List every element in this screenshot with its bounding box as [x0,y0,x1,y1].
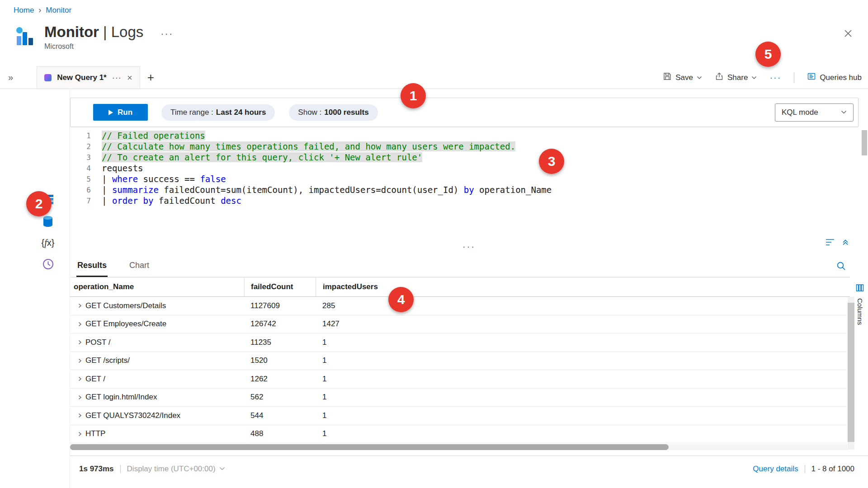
code-token: // To create an alert for this query, cl… [102,152,422,162]
row-expand-icon[interactable] [70,303,85,308]
column-header-failed-count[interactable]: failedCount [244,277,316,296]
cell-failed-count: 11235 [244,338,316,347]
share-button[interactable]: Share [715,72,757,83]
panel-splitter[interactable]: ··· [70,243,868,251]
history-clock-icon [42,258,54,270]
table-row[interactable]: GET Employees/Create1267421427 [70,315,846,334]
columns-pane-toggle[interactable]: Columns [853,284,867,325]
tab-more-button[interactable]: ··· [112,73,122,83]
code-token: order by [112,196,154,206]
cell-operation-name: POST / [85,338,244,347]
query-toolbar: Run Time range : Last 24 hours Show : 10… [70,98,859,127]
cell-impacted-users: 1427 [316,319,340,328]
expand-sidebar-icon[interactable]: » [8,72,13,83]
code-text: | summarize failedCount=sum(itemCount), … [102,185,552,195]
cell-failed-count: 126742 [244,319,316,328]
result-range: 1 - 8 of 1000 [811,465,854,474]
save-icon [663,72,672,83]
table-row[interactable]: GET QUALYS730242/Index5441 [70,407,846,425]
cell-impacted-users: 1 [316,429,326,438]
title-more-button[interactable]: ··· [160,28,173,40]
breadcrumb-monitor-link[interactable]: Monitor [46,6,71,15]
cell-operation-name: GET /scripts/ [85,356,244,365]
row-expand-icon[interactable] [70,395,85,400]
code-text: // To create an alert for this query, cl… [102,152,422,162]
sidebar-item-query-history[interactable] [41,257,55,271]
editor-scrollbar[interactable] [862,130,867,243]
line-number: 5 [70,175,91,183]
column-header-impacted-users[interactable]: impactedUsers [316,277,378,296]
show-results-picker[interactable]: Show : 1000 results [289,104,377,121]
code-line[interactable]: 2// Calculate how many times operations … [70,141,868,152]
table-row[interactable]: GET /scripts/15201 [70,352,846,371]
queries-hub-button[interactable]: Queries hub [807,72,862,83]
time-range-picker[interactable]: Time range : Last 24 hours [161,104,275,121]
cell-impacted-users: 1 [316,393,326,402]
code-line[interactable]: 4requests [70,163,868,174]
query-elapsed-time: 1s 973ms [79,465,114,474]
page-header: Monitor| Logs ··· Microsoft [14,23,856,58]
table-horizontal-scrollbar[interactable] [70,444,847,450]
command-bar: Save Share ··· Queries hub [663,72,868,83]
chevron-down-icon [751,76,757,80]
results-tab-results[interactable]: Results [76,261,108,277]
row-expand-icon[interactable] [70,432,85,436]
table-row[interactable]: HTTP4881 [70,425,846,444]
code-line[interactable]: 7| order by failedCount desc [70,195,868,206]
sidebar-item-queries[interactable] [41,214,55,229]
cell-failed-count: 488 [244,429,316,438]
tab-close-icon[interactable] [127,75,132,80]
cell-impacted-users: 1 [316,356,326,365]
code-token: | [102,174,112,184]
callout-badge-4: 4 [388,287,414,312]
queries-hub-icon [807,72,816,83]
cell-failed-count: 1520 [244,356,316,365]
run-label: Run [118,108,132,117]
results-tabbar: ResultsChart [70,256,850,277]
row-expand-icon[interactable] [70,413,85,418]
code-line[interactable]: 3// To create an alert for this query, c… [70,152,868,163]
cell-impacted-users: 1 [316,338,326,347]
code-text: | order by failedCount desc [102,196,241,206]
new-tab-button[interactable]: + [147,70,154,84]
run-button[interactable]: Run [93,104,148,121]
more-commands-button[interactable]: ··· [769,72,781,83]
breadcrumb-home-link[interactable]: Home [14,6,34,15]
display-time-dropdown[interactable]: Display time (UTC+00:00) [127,465,225,474]
row-expand-icon[interactable] [70,358,85,363]
code-token: failedCount=sum(itemCount), impactedUser… [159,185,464,195]
callout-badge-1: 1 [401,83,426,108]
kql-mode-dropdown[interactable]: KQL mode [775,103,854,122]
code-editor[interactable]: 1// Failed operations2// Calculate how m… [70,130,868,246]
kql-mode-label: KQL mode [782,108,818,117]
code-text: // Calculate how many times operations f… [102,141,515,151]
save-button[interactable]: Save [663,72,702,83]
code-token: false [200,174,226,184]
table-row[interactable]: GET /12621 [70,370,846,389]
code-token: success == [138,174,200,184]
close-icon[interactable] [842,27,854,42]
tab-new-query[interactable]: New Query 1* ··· [37,66,140,89]
query-details-link[interactable]: Query details [753,465,798,474]
queries-hub-label: Queries hub [820,73,862,82]
code-text: // Failed operations [102,131,205,141]
chevron-down-icon [219,467,225,471]
table-row[interactable]: POST /112351 [70,333,846,352]
row-expand-icon[interactable] [70,340,85,345]
code-line[interactable]: 6| summarize failedCount=sum(itemCount),… [70,184,868,195]
code-line[interactable]: 5| where success == false [70,174,868,184]
query-tab-icon [44,74,52,81]
search-icon[interactable] [836,261,846,273]
table-row[interactable]: GET login.html/Index5621 [70,389,846,407]
cell-operation-name: GET Customers/Details [85,301,244,310]
column-header-operation-name[interactable]: operation_Name [70,277,244,296]
command-bar-divider [794,72,794,83]
results-tab-chart[interactable]: Chart [128,261,150,277]
table-row[interactable]: GET Customers/Details1127609285 [70,297,846,315]
row-expand-icon[interactable] [70,322,85,327]
row-expand-icon[interactable] [70,376,85,381]
cell-operation-name: GET / [85,375,244,384]
code-line[interactable]: 1// Failed operations [70,130,868,141]
results-tabs-container: ResultsChart [70,261,150,277]
sidebar-item-functions[interactable]: {fx} [41,235,55,250]
